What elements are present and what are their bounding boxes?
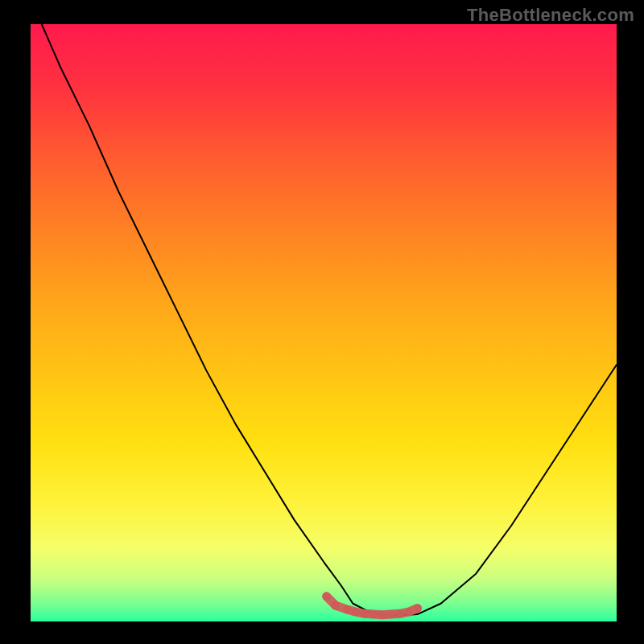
chart-stage: TheBottleneck.com bbox=[0, 0, 644, 644]
minimum-marker-dot bbox=[378, 611, 386, 619]
minimum-marker-dot bbox=[352, 608, 360, 616]
minimum-marker-dot bbox=[322, 592, 330, 601]
minimum-marker-dot bbox=[369, 610, 378, 618]
plot-background bbox=[31, 24, 617, 621]
minimum-marker-dot bbox=[413, 604, 421, 612]
minimum-marker-dot bbox=[331, 601, 339, 609]
minimum-marker-dot bbox=[404, 608, 412, 616]
minimum-marker-dot bbox=[387, 610, 395, 618]
watermark-text: TheBottleneck.com bbox=[467, 5, 634, 26]
minimum-marker-dot bbox=[343, 605, 351, 613]
minimum-marker-dot bbox=[395, 609, 403, 617]
minimum-marker-dot bbox=[361, 609, 369, 617]
chart-svg bbox=[0, 0, 644, 644]
